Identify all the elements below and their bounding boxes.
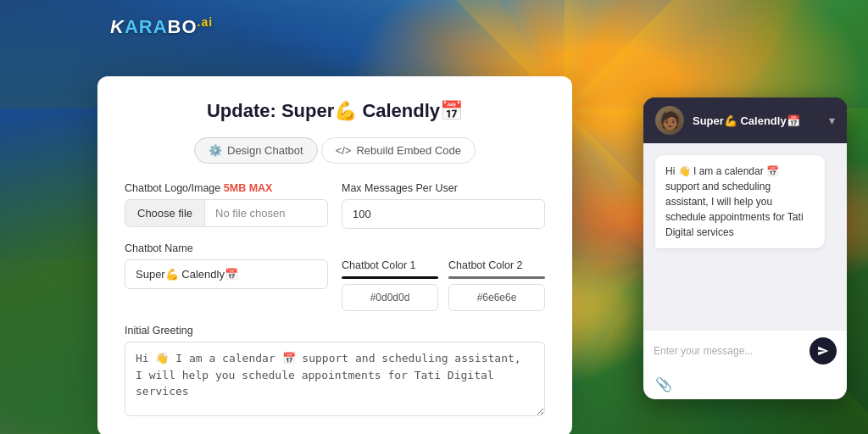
color2-hex-input[interactable] bbox=[448, 284, 545, 311]
tab-rebuild[interactable]: </> Rebuild Embed Code bbox=[321, 137, 476, 164]
greeting-label: Initial Greeting bbox=[125, 325, 545, 337]
logo-label: Chatbot Logo/Image 5MB MAX bbox=[125, 182, 328, 194]
chat-widget: 🧑🏾 Super💪 Calendly📅 ▾ Hi 👋 I am a calend… bbox=[643, 97, 847, 399]
code-icon: </> bbox=[336, 144, 352, 157]
form-card: Update: Super💪 Calendly📅 ⚙️ Design Chatb… bbox=[97, 76, 572, 434]
max-messages-input[interactable] bbox=[342, 199, 545, 229]
page-title: Update: Super💪 Calendly📅 bbox=[125, 100, 545, 122]
colors-group: Chatbot Color 1 Chatbot Color 2 bbox=[342, 242, 545, 311]
gear-icon: ⚙️ bbox=[209, 144, 222, 157]
bot-name: Super💪 Calendly📅 bbox=[693, 114, 800, 127]
logo-image-group: Chatbot Logo/Image 5MB MAX Choose file N… bbox=[125, 182, 328, 229]
color-swatch-row: Chatbot Color 1 Chatbot Color 2 bbox=[342, 259, 545, 311]
greeting-textarea[interactable]: Hi 👋 I am a calendar 📅 support and sched… bbox=[125, 342, 545, 416]
bot-avatar: 🧑🏾 bbox=[655, 106, 684, 135]
color1-bar bbox=[342, 276, 438, 279]
greeting-group: Initial Greeting Hi 👋 I am a calendar 📅 … bbox=[125, 325, 545, 416]
chat-input-placeholder: Enter your message... bbox=[654, 345, 803, 357]
chatbot-name-label: Chatbot Name bbox=[125, 242, 328, 254]
chatbot-name-group: Chatbot Name bbox=[125, 242, 328, 311]
color2-col: Chatbot Color 2 bbox=[448, 259, 545, 311]
file-size-limit: 5MB MAX bbox=[224, 182, 273, 194]
color1-label: Chatbot Color 1 bbox=[342, 259, 438, 271]
chat-attach-row: 📎 bbox=[643, 371, 847, 399]
chatbot-name-input[interactable] bbox=[125, 259, 328, 289]
logo: KARABO.ai bbox=[110, 15, 213, 38]
color1-col: Chatbot Color 1 bbox=[342, 259, 438, 311]
tab-design[interactable]: ⚙️ Design Chatbot bbox=[194, 137, 318, 164]
color1-hex-input[interactable] bbox=[342, 284, 438, 311]
chat-header: 🧑🏾 Super💪 Calendly📅 ▾ bbox=[643, 97, 847, 143]
file-name-display: No file chosen bbox=[205, 200, 295, 226]
send-button[interactable] bbox=[810, 337, 837, 364]
paperclip-icon[interactable]: 📎 bbox=[655, 376, 672, 392]
max-messages-group: Max Messages Per User bbox=[342, 182, 545, 229]
send-icon bbox=[817, 345, 829, 357]
colors-section-label bbox=[342, 242, 545, 254]
chat-body: Hi 👋 I am a calendar 📅 support and sched… bbox=[643, 143, 847, 330]
chat-header-left: 🧑🏾 Super💪 Calendly📅 bbox=[655, 106, 800, 135]
file-input-row: Choose file No file chosen bbox=[125, 199, 328, 227]
tab-bar: ⚙️ Design Chatbot </> Rebuild Embed Code bbox=[125, 137, 545, 164]
chevron-down-icon[interactable]: ▾ bbox=[829, 114, 835, 127]
form-grid: Chatbot Logo/Image 5MB MAX Choose file N… bbox=[125, 182, 545, 416]
color2-label: Chatbot Color 2 bbox=[448, 259, 545, 271]
color2-bar bbox=[448, 276, 545, 279]
chat-bubble: Hi 👋 I am a calendar 📅 support and sched… bbox=[655, 155, 825, 248]
max-messages-label: Max Messages Per User bbox=[342, 182, 545, 194]
choose-file-button[interactable]: Choose file bbox=[125, 200, 205, 226]
